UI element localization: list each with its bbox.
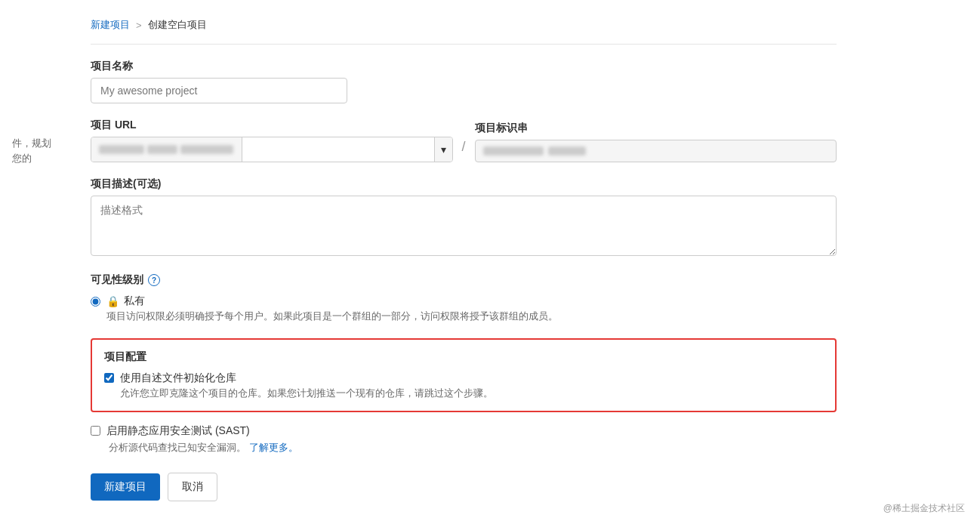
sidebar-hint-text: 件，规划您的	[12, 137, 51, 164]
readme-checkbox-label: 使用自述文件初始化仓库	[120, 371, 493, 385]
blur-block-1	[99, 145, 144, 154]
project-url-input-group[interactable]: ▾	[91, 137, 453, 162]
project-slug-section: 项目标识串	[475, 122, 837, 162]
project-description-label: 项目描述(可选)	[91, 177, 837, 191]
project-name-section: 项目名称	[91, 60, 837, 103]
readme-checkbox-desc: 允许您立即克隆这个项目的仓库。如果您计划推送一个现有的仓库，请跳过这个步骤。	[120, 387, 493, 400]
breadcrumb: 新建项目 > 创建空白项目	[91, 18, 837, 45]
sast-checkbox-label: 启用静态应用安全测试 (SAST)	[106, 424, 250, 438]
lock-icon: 🔒	[106, 295, 119, 307]
project-config-section: 项目配置 使用自述文件初始化仓库 允许您立即克隆这个项目的仓库。如果您计划推送一…	[91, 338, 837, 412]
project-slug-label: 项目标识串	[475, 122, 837, 135]
submit-button[interactable]: 新建项目	[91, 473, 160, 501]
radio-private-content: 🔒 私有 项目访问权限必须明确授予每个用户。如果此项目是一个群组的一部分，访问权…	[106, 294, 558, 323]
sast-desc-text: 分析源代码查找已知安全漏洞。	[109, 442, 246, 453]
url-blurred-content	[99, 145, 233, 154]
radio-private-title: 🔒 私有	[106, 294, 558, 308]
radio-private-option[interactable]: 🔒 私有 项目访问权限必须明确授予每个用户。如果此项目是一个群组的一部分，访问权…	[91, 294, 837, 323]
radio-private-label: 私有	[124, 294, 145, 308]
sast-checkbox[interactable]	[91, 426, 100, 436]
visibility-label: 可见性级别	[91, 273, 143, 287]
breadcrumb-current: 创建空白项目	[148, 18, 207, 32]
url-dropdown-arrow[interactable]: ▾	[434, 137, 452, 162]
project-name-label: 项目名称	[91, 60, 837, 73]
url-row: 项目 URL ▾ / 项目标	[91, 119, 837, 162]
cancel-button[interactable]: 取消	[168, 473, 217, 501]
footer-brand: @稀土掘金技术社区	[883, 502, 965, 515]
readme-checkbox[interactable]	[104, 373, 114, 383]
breadcrumb-separator: >	[136, 20, 142, 31]
url-separator: /	[462, 139, 466, 162]
help-icon[interactable]: ?	[148, 274, 160, 286]
visibility-label-row: 可见性级别 ?	[91, 273, 837, 287]
project-name-input[interactable]	[91, 78, 347, 103]
project-description-section: 项目描述(可选)	[91, 177, 837, 258]
breadcrumb-parent[interactable]: 新建项目	[91, 18, 130, 32]
button-row: 新建项目 取消	[91, 473, 837, 501]
blur-block-2	[147, 145, 177, 154]
sast-section: 启用静态应用安全测试 (SAST) 分析源代码查找已知安全漏洞。 了解更多。	[91, 424, 837, 455]
radio-private-desc: 项目访问权限必须明确授予每个用户。如果此项目是一个群组的一部分，访问权限将授予该…	[106, 310, 558, 323]
url-prefix-display	[91, 137, 242, 162]
blur-block-3	[180, 145, 233, 154]
slug-blur-block-1	[483, 146, 544, 156]
visibility-section: 可见性级别 ? 🔒 私有 项目访问权限必须明确授予每个用户。如果此项目是一个群组…	[91, 273, 837, 323]
project-url-label: 项目 URL	[91, 119, 453, 132]
project-description-input[interactable]	[91, 196, 837, 256]
config-title: 项目配置	[104, 350, 823, 364]
url-input-field[interactable]	[242, 137, 434, 162]
sast-checkbox-option[interactable]: 启用静态应用安全测试 (SAST)	[91, 424, 837, 438]
readme-checkbox-option[interactable]: 使用自述文件初始化仓库 允许您立即克隆这个项目的仓库。如果您计划推送一个现有的仓…	[104, 371, 823, 400]
project-slug-input-group[interactable]	[475, 140, 837, 162]
slug-blurred-content	[476, 140, 837, 162]
readme-checkbox-content: 使用自述文件初始化仓库 允许您立即克隆这个项目的仓库。如果您计划推送一个现有的仓…	[120, 371, 493, 400]
sast-description: 分析源代码查找已知安全漏洞。 了解更多。	[109, 441, 837, 455]
sast-learn-more-link[interactable]: 了解更多。	[249, 442, 298, 453]
chevron-down-icon: ▾	[441, 143, 446, 156]
project-url-section: 项目 URL ▾	[91, 119, 453, 162]
slug-blur-block-2	[548, 146, 586, 156]
radio-private-input[interactable]	[91, 297, 100, 307]
